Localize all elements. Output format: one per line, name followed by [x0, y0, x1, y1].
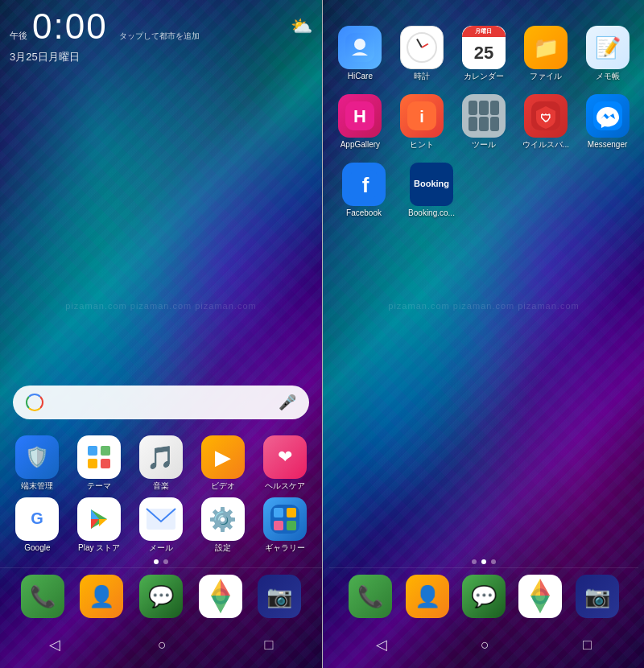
home-button-right[interactable]: ○: [468, 633, 502, 657]
icon-playstore: [77, 497, 121, 541]
svg-text:i: i: [419, 108, 424, 126]
app-tools[interactable]: ツール: [456, 94, 512, 150]
app-gallery[interactable]: ギャラリー: [257, 497, 313, 553]
app-label-hint: ヒント: [410, 140, 434, 150]
dock-camera-right[interactable]: 📷: [576, 575, 619, 618]
icon-virusbarrier: 🛡: [524, 94, 568, 138]
app-music[interactable]: 🎵 音楽: [133, 435, 189, 491]
app-clock[interactable]: 時計: [394, 26, 450, 81]
svg-text:🛡: 🛡: [540, 112, 551, 125]
icon-video: ▶: [201, 435, 245, 479]
app-calendar[interactable]: 月曜日 25 カレンダー: [456, 26, 512, 81]
app-row-1: 🛡️ 端末管理 テーマ: [6, 435, 316, 491]
svg-text:G: G: [31, 509, 44, 527]
back-button-right[interactable]: ◁: [363, 633, 400, 657]
dot-r2: [481, 559, 486, 564]
mic-icon[interactable]: 🎤: [279, 394, 296, 411]
dock-phone-left[interactable]: 📞: [21, 575, 64, 618]
left-phone-screen: 午後 0:00 タップして都市を追加 ⛅ 3月25日月曜日 pizaman.co…: [0, 0, 322, 668]
weather-icon: ⛅: [291, 16, 312, 37]
clock-display: 0:00: [32, 6, 108, 47]
dock-phone-right[interactable]: 📞: [349, 575, 392, 618]
dock-chrome-left[interactable]: [199, 575, 242, 618]
dock-messages-right[interactable]: 💬: [462, 575, 506, 618]
app-health[interactable]: ❤ ヘルスケア: [257, 435, 313, 491]
icon-booking: Booking: [410, 163, 453, 206]
svg-rect-12: [274, 508, 283, 517]
dot-1: [154, 559, 159, 564]
time-row: 午後 0:00 タップして都市を追加: [10, 6, 200, 47]
search-bar[interactable]: 🎤: [13, 386, 309, 419]
svg-rect-1: [101, 446, 110, 456]
app-label-device-mgr: 端末管理: [21, 481, 53, 491]
app-label-booking: Booking.co...: [408, 208, 455, 218]
icon-hicare: [338, 26, 382, 69]
app-label-virusbarrier: ウイルスバ...: [522, 140, 569, 150]
nav-bar-right: ◁ ○ □: [329, 625, 638, 668]
app-playstore[interactable]: Play ストア: [71, 497, 127, 553]
app-hicare[interactable]: HiCare: [332, 26, 388, 81]
app-label-messenger: Messenger: [588, 140, 627, 150]
app-grid-left: 🛡️ 端末管理 テーマ: [0, 435, 322, 556]
app-row-2: G Google Play ストア: [6, 497, 316, 553]
dock-camera-left[interactable]: 📷: [258, 575, 301, 618]
svg-text:f: f: [362, 173, 369, 197]
app-facebook[interactable]: f Facebook: [336, 163, 392, 218]
cal-date: 25: [462, 37, 506, 69]
right-app-row-3: f Facebook Booking Booking.co...: [329, 163, 638, 218]
app-label-facebook: Facebook: [346, 208, 382, 218]
icon-calendar: 月曜日 25: [462, 26, 506, 69]
app-virusbarrier[interactable]: 🛡 ウイルスバ...: [518, 94, 574, 150]
app-appgallery[interactable]: H AppGallery: [332, 94, 388, 150]
app-label-gallery: ギャラリー: [265, 543, 305, 553]
app-booking[interactable]: Booking Booking.co...: [403, 163, 460, 218]
dock-contacts-right[interactable]: 👤: [406, 575, 449, 618]
app-theme[interactable]: テーマ: [71, 435, 127, 491]
app-hint[interactable]: i ヒント: [394, 94, 450, 150]
app-device-mgr[interactable]: 🛡️ 端末管理: [9, 435, 65, 491]
dot-r3: [491, 559, 496, 564]
app-files[interactable]: 📁 ファイル: [518, 26, 574, 81]
app-label-google: Google: [24, 543, 50, 553]
home-button-left[interactable]: ○: [145, 633, 180, 657]
app-settings[interactable]: ⚙️ 設定: [195, 497, 251, 553]
app-memo[interactable]: 📝 メモ帳: [580, 26, 636, 81]
icon-contacts-dock-left: 👤: [80, 575, 123, 618]
icon-facebook: f: [342, 163, 386, 206]
svg-marker-9: [99, 519, 107, 526]
tap-hint-label: タップして都市を追加: [119, 31, 200, 42]
icon-chrome-dock-left: [199, 575, 242, 618]
right-app-row-1: HiCare 時計 月曜日 25 カレンダー: [329, 26, 638, 81]
icon-health: ❤: [263, 435, 307, 479]
recents-button-left[interactable]: □: [251, 633, 286, 657]
recents-button-right[interactable]: □: [570, 633, 605, 657]
icon-phone-dock-left: 📞: [21, 575, 64, 618]
app-label-playstore: Play ストア: [78, 543, 120, 553]
svg-rect-14: [274, 521, 283, 530]
left-screen-content: 午後 0:00 タップして都市を追加 ⛅ 3月25日月曜日 pizaman.co…: [0, 0, 322, 668]
dock-contacts-left[interactable]: 👤: [80, 575, 123, 618]
app-label-settings: 設定: [215, 543, 231, 553]
right-screen-content: pizaman.com pizaman.com pizaman.com HiCa…: [323, 0, 644, 668]
app-mail[interactable]: メール: [133, 497, 189, 553]
app-label-appgallery: AppGallery: [341, 140, 380, 150]
svg-rect-3: [101, 459, 110, 468]
icon-theme: [77, 435, 121, 479]
app-video[interactable]: ▶ ビデオ: [195, 435, 251, 491]
app-label-calendar: カレンダー: [464, 72, 504, 81]
icon-music: 🎵: [139, 435, 183, 479]
right-app-row-2: H AppGallery i ヒント: [329, 94, 638, 150]
dock-messages-left[interactable]: 💬: [139, 575, 183, 618]
svg-rect-15: [287, 521, 296, 530]
dock-chrome-right[interactable]: [518, 575, 562, 618]
right-phone-screen: pizaman.com pizaman.com pizaman.com HiCa…: [323, 0, 644, 668]
app-google[interactable]: G Google: [9, 497, 65, 553]
bottom-dock-left: 📞 👤 💬: [0, 567, 322, 625]
back-button-left[interactable]: ◁: [36, 633, 73, 657]
cal-header: 月曜日: [462, 26, 506, 37]
svg-point-20: [354, 39, 365, 50]
icon-chrome-dock-right: [518, 575, 562, 618]
icon-messenger: [586, 94, 630, 138]
app-label-mail: メール: [149, 543, 173, 553]
app-messenger[interactable]: Messenger: [580, 94, 636, 150]
